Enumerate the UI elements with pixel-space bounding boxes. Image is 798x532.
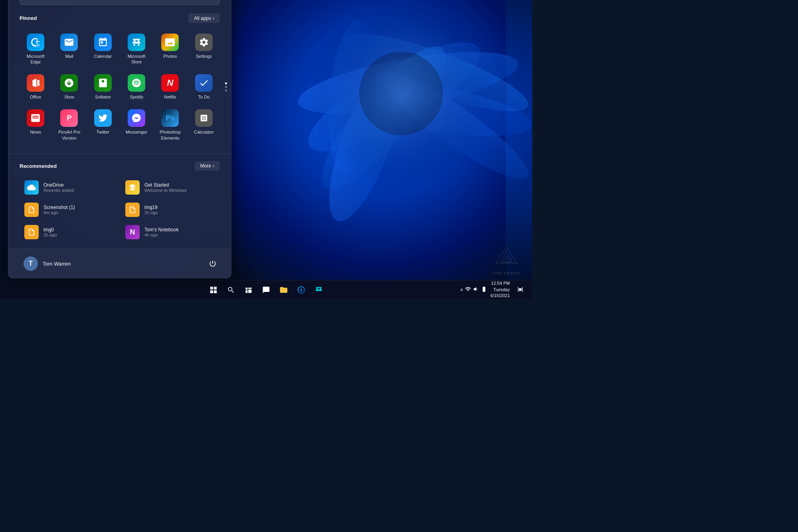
solitaire-label: Solitaire: [95, 94, 111, 100]
user-avatar: T: [24, 256, 38, 271]
onedrive-rec-icon: [24, 180, 39, 195]
recommended-grid: OneDrive Recently added Get Started Welc…: [20, 177, 220, 242]
img19-rec-info: img19 2h ago: [144, 205, 158, 215]
volume-icon[interactable]: [473, 286, 479, 294]
photoshop-label: Photoshop Elements: [156, 129, 184, 141]
search-taskbar-button[interactable]: [223, 282, 239, 298]
photos-icon: [161, 33, 179, 51]
photos-label: Photos: [163, 53, 177, 59]
app-news[interactable]: News: [20, 105, 51, 145]
photoshop-icon: Ps: [161, 109, 179, 127]
dot-1: [225, 83, 227, 85]
file-explorer-button[interactable]: [276, 282, 292, 298]
app-xbox[interactable]: Xbox: [53, 70, 85, 104]
app-todo[interactable]: To Do: [188, 70, 220, 104]
store-taskbar-button[interactable]: [311, 282, 327, 298]
clock[interactable]: 12:54 PM Tuesday6/15/2021: [490, 280, 510, 299]
start-menu: 🔍 Search for apps, settings, and documen…: [8, 0, 231, 278]
app-calendar[interactable]: Calendar: [87, 30, 119, 69]
calendar-label: Calendar: [94, 53, 112, 59]
app-mail[interactable]: Mail: [53, 30, 85, 69]
app-photoshop[interactable]: Ps Photoshop Elements: [154, 105, 186, 145]
app-twitter[interactable]: Twitter: [87, 105, 119, 145]
power-button[interactable]: [205, 256, 220, 271]
app-settings[interactable]: Settings: [188, 30, 220, 69]
app-photos[interactable]: Photos: [154, 30, 186, 69]
todo-icon: [195, 74, 213, 92]
rec-img0[interactable]: img0 2h ago: [20, 222, 119, 242]
img19-rec-icon: [125, 203, 140, 217]
screenshot-name: Screenshot (1): [43, 205, 75, 210]
dot-3: [225, 90, 227, 92]
app-netflix[interactable]: N Netflix: [154, 70, 186, 104]
pinned-header: Pinned All apps ›: [20, 14, 220, 23]
recommended-title: Recommended: [20, 163, 57, 169]
app-spotify[interactable]: Spotify: [120, 70, 152, 104]
rec-onedrive[interactable]: OneDrive Recently added: [20, 177, 119, 198]
app-solitaire[interactable]: Solitaire: [87, 70, 119, 104]
user-name: Tom Warren: [43, 261, 71, 267]
picsart-label: PicsArt Pro Version: [55, 129, 83, 141]
netflix-label: Netflix: [164, 94, 176, 100]
messenger-icon: [128, 109, 145, 127]
xbox-label: Xbox: [64, 94, 74, 100]
chevron-right-icon: ›: [213, 16, 214, 21]
taskbar-right: ∧ 12:54 PM Tuesday6/15/2021: [460, 280, 527, 299]
mail-icon: [60, 33, 78, 51]
twitter-icon: [94, 109, 112, 127]
solitaire-icon: [94, 74, 112, 92]
system-tray: ∧: [460, 286, 487, 294]
user-profile[interactable]: T Tom Warren: [20, 254, 75, 273]
pinned-apps-grid: Microsoft Edge Mail Calendar Microsoft S…: [20, 30, 220, 145]
rec-getstarted[interactable]: Get Started Welcome to Windows: [120, 177, 220, 198]
start-button[interactable]: [205, 282, 221, 298]
getstarted-name: Get Started: [144, 182, 187, 188]
getstarted-rec-info: Get Started Welcome to Windows: [144, 182, 187, 193]
recommended-header: Recommended More ›: [20, 161, 220, 171]
store-label: Microsoft Store: [123, 53, 150, 65]
svg-marker-13: [503, 256, 510, 262]
battery-icon: [481, 286, 487, 294]
app-picsart[interactable]: P PicsArt Pro Version: [53, 105, 85, 145]
rec-img19[interactable]: img19 2h ago: [120, 199, 220, 220]
xbox-icon: [60, 74, 78, 92]
edge-icon: [27, 33, 44, 51]
verge-text: THE VERGE: [492, 271, 520, 275]
img0-rec-icon: [24, 225, 39, 239]
netflix-icon: N: [161, 74, 179, 92]
app-office[interactable]: Office: [20, 70, 51, 104]
rec-notebook[interactable]: N Tom's Notebook 4h ago: [120, 222, 220, 242]
img0-name: img0: [43, 227, 57, 233]
getstarted-rec-icon: [125, 180, 140, 195]
app-store[interactable]: Microsoft Store: [120, 30, 152, 69]
office-icon: [27, 74, 44, 92]
img19-name: img19: [144, 205, 158, 210]
widgets-button[interactable]: [241, 282, 257, 298]
notebook-rec-icon: N: [125, 225, 140, 239]
edge-taskbar-button[interactable]: [293, 282, 309, 298]
app-calculator[interactable]: Calculator: [188, 105, 220, 145]
more-button[interactable]: More ›: [195, 161, 220, 171]
notification-button[interactable]: [513, 282, 527, 297]
spotify-icon: [128, 74, 145, 92]
screenshot-rec-icon: [24, 203, 39, 217]
getstarted-desc: Welcome to Windows: [144, 188, 187, 193]
network-icon[interactable]: [465, 286, 471, 294]
search-bar[interactable]: 🔍 Search for apps, settings, and documen…: [20, 0, 220, 5]
screenshot-desc: 4m ago: [43, 210, 75, 215]
notebook-name: Tom's Notebook: [144, 227, 179, 233]
taskbar: ∧ 12:54 PM Tuesday6/15/2021: [0, 280, 532, 299]
app-messenger[interactable]: Messenger: [120, 105, 152, 145]
mail-label: Mail: [65, 53, 73, 59]
start-footer: T Tom Warren: [8, 249, 231, 278]
rec-screenshot[interactable]: Screenshot (1) 4m ago: [20, 199, 119, 220]
app-edge[interactable]: Microsoft Edge: [20, 30, 51, 69]
up-arrow-icon[interactable]: ∧: [460, 287, 463, 292]
todo-label: To Do: [198, 94, 209, 100]
all-apps-button[interactable]: All apps ›: [188, 14, 220, 23]
verge-watermark: THE VERGE: [492, 246, 520, 275]
news-label: News: [30, 129, 41, 135]
calculator-label: Calculator: [194, 129, 214, 135]
time-display: 12:54 PM: [490, 280, 510, 286]
chat-button[interactable]: [258, 282, 274, 298]
